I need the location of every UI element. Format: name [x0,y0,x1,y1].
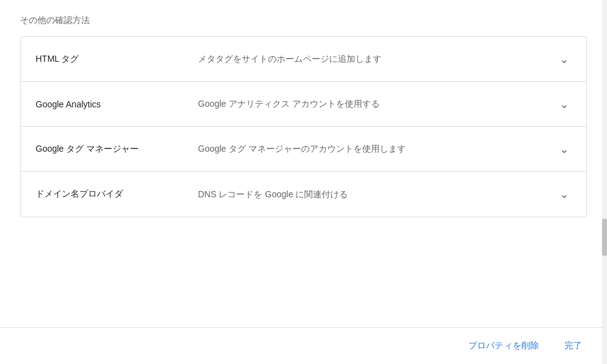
google-analytics-chevron-icon: ⌄ [556,97,571,111]
html-tag-row[interactable]: HTML タグ メタタグをサイトのホームページに追加します ⌄ [21,37,586,82]
html-tag-title: HTML タグ [36,54,198,65]
google-analytics-title: Google Analytics [36,99,198,109]
page-wrapper: その他の確認方法 HTML タグ メタタグをサイトのホームページに追加します ⌄… [0,0,607,364]
done-button[interactable]: 完了 [555,335,593,357]
verification-methods-card: HTML タグ メタタグをサイトのホームページに追加します ⌄ Google A… [20,36,587,217]
section-title: その他の確認方法 [20,15,587,26]
google-analytics-row[interactable]: Google Analytics Google アナリティクス アカウントを使用… [21,82,586,127]
html-tag-description: メタタグをサイトのホームページに追加します [198,52,556,66]
domain-provider-chevron-icon: ⌄ [556,187,571,201]
domain-provider-description: DNS レコードを Google に関連付ける [198,188,556,201]
scrollbar-thumb[interactable] [602,219,607,256]
google-analytics-description: Google アナリティクス アカウントを使用する [198,97,556,111]
google-tag-manager-row[interactable]: Google タグ マネージャー Google タグ マネージャーのアカウントを… [21,127,586,172]
html-tag-chevron-icon: ⌄ [556,52,571,66]
google-tag-manager-chevron-icon: ⌄ [556,142,571,156]
footer: プロパティを削除 完了 [0,327,607,364]
delete-property-button[interactable]: プロパティを削除 [458,335,550,357]
content-area: その他の確認方法 HTML タグ メタタグをサイトのホームページに追加します ⌄… [0,0,607,327]
google-tag-manager-title: Google タグ マネージャー [36,144,198,155]
google-tag-manager-description: Google タグ マネージャーのアカウントを使用します [198,142,556,155]
scrollbar-track[interactable] [602,0,607,364]
domain-provider-row[interactable]: ドメイン名プロバイダ DNS レコードを Google に関連付ける ⌄ [21,172,586,217]
domain-provider-title: ドメイン名プロバイダ [36,189,198,200]
